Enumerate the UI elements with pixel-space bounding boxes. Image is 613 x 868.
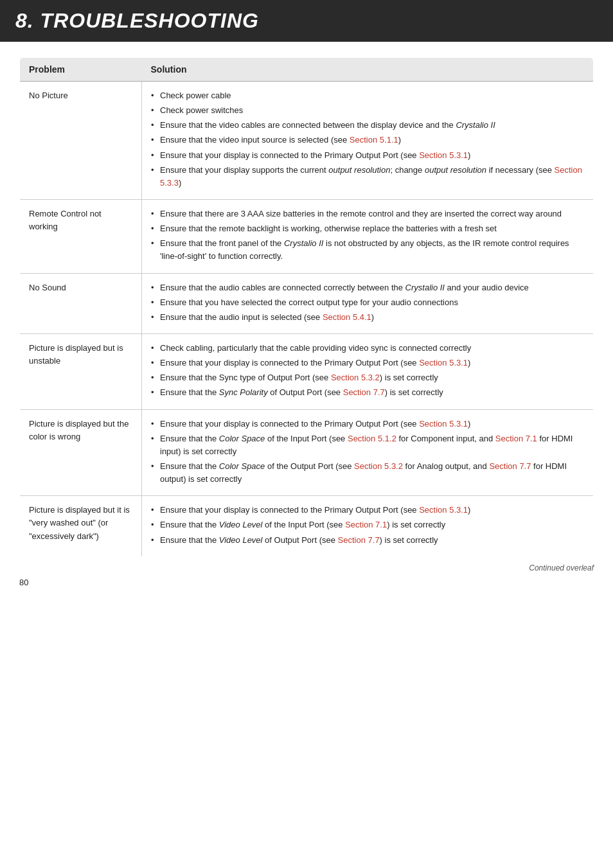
table-row: Picture is displayed but is unstableChec…	[20, 333, 594, 409]
table-row: No PictureCheck power cableCheck power s…	[20, 82, 594, 200]
page-title: 8. TROUBLESHOOTING	[15, 9, 598, 33]
continued-label: Continued overleaf	[19, 563, 594, 572]
problem-cell: Picture is displayed but it is "very was…	[20, 496, 142, 556]
solution-cell: Ensure that the audio cables are connect…	[142, 273, 594, 333]
solution-cell: Check power cableCheck power switchesEns…	[142, 82, 594, 200]
page-header: 8. TROUBLESHOOTING	[0, 0, 613, 42]
problem-cell: No Sound	[20, 273, 142, 333]
table-row: Remote Control not workingEnsure that th…	[20, 199, 594, 273]
problem-cell: No Picture	[20, 82, 142, 200]
problem-cell: Picture is displayed but the color is wr…	[20, 409, 142, 496]
problem-cell: Remote Control not working	[20, 199, 142, 273]
solution-cell: Check cabling, particularly that the cab…	[142, 333, 594, 409]
problem-cell: Picture is displayed but is unstable	[20, 333, 142, 409]
solution-cell: Ensure that your display is connected to…	[142, 496, 594, 556]
solution-cell: Ensure that your display is connected to…	[142, 409, 594, 496]
page-number: 80	[19, 578, 594, 587]
col-solution-header: Solution	[142, 58, 594, 82]
troubleshooting-table: Problem Solution No PictureCheck power c…	[19, 57, 594, 557]
table-row: Picture is displayed but it is "very was…	[20, 496, 594, 556]
solution-cell: Ensure that there are 3 AAA size batteri…	[142, 199, 594, 273]
table-row: No SoundEnsure that the audio cables are…	[20, 273, 594, 333]
table-row: Picture is displayed but the color is wr…	[20, 409, 594, 496]
col-problem-header: Problem	[20, 58, 142, 82]
